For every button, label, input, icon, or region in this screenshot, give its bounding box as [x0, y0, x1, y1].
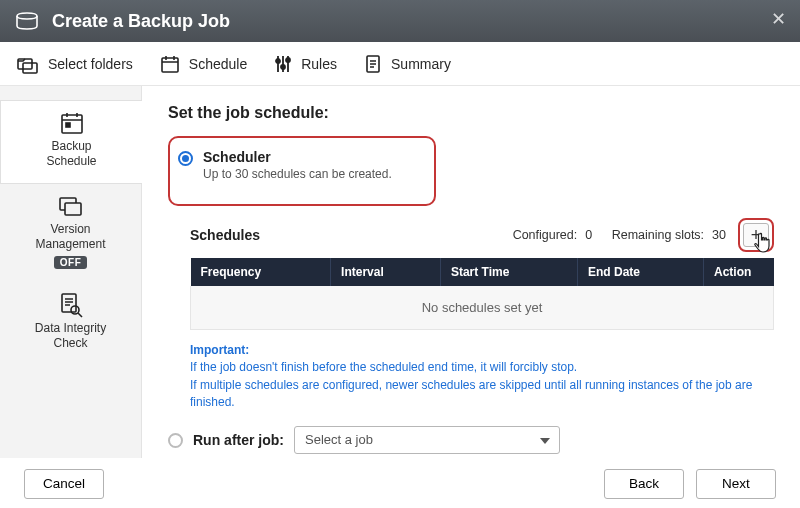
- col-start-time: Start Time: [440, 258, 577, 286]
- svg-rect-7: [62, 115, 82, 133]
- svg-rect-11: [62, 294, 76, 312]
- document-search-icon: [4, 289, 137, 321]
- wizard-steps: Select folders Schedule Rules: [0, 42, 800, 86]
- svg-point-3: [276, 59, 280, 63]
- close-icon[interactable]: ✕: [771, 10, 786, 28]
- stack-icon: [4, 190, 137, 222]
- step-label: Select folders: [48, 56, 133, 72]
- tab-label: Version Management: [4, 222, 137, 252]
- svg-rect-8: [66, 123, 70, 127]
- important-heading: Important:: [190, 342, 774, 359]
- step-schedule[interactable]: Schedule: [159, 53, 247, 75]
- schedules-table: Frequency Interval Start Time End Date A…: [190, 258, 774, 330]
- main-area: Backup Schedule Version Management OFF: [0, 86, 800, 458]
- svg-point-4: [281, 65, 285, 69]
- schedules-block: Schedules Configured: 0 Remaining slots:…: [190, 218, 774, 330]
- svg-point-5: [286, 58, 290, 62]
- add-schedule-button[interactable]: +: [743, 223, 769, 247]
- col-frequency: Frequency: [191, 258, 331, 286]
- next-button[interactable]: Next: [696, 469, 776, 499]
- backup-drive-icon: [14, 10, 40, 32]
- dialog-title: Create a Backup Job: [52, 11, 230, 32]
- dialog-header: Create a Backup Job ✕: [0, 0, 800, 42]
- back-button[interactable]: Back: [604, 469, 684, 499]
- tab-label: Backup Schedule: [5, 139, 138, 169]
- empty-state: No schedules set yet: [191, 286, 774, 330]
- tab-backup-schedule[interactable]: Backup Schedule: [0, 100, 142, 184]
- configured-value: 0: [585, 228, 592, 242]
- folders-icon: [16, 53, 40, 75]
- important-line-2: If multiple schedules are configured, ne…: [190, 377, 774, 412]
- add-schedule-highlight: +: [738, 218, 774, 252]
- configured-label: Configured:: [513, 228, 578, 242]
- off-badge: OFF: [54, 256, 88, 269]
- remaining-label: Remaining slots:: [612, 228, 704, 242]
- col-end-date: End Date: [578, 258, 704, 286]
- plus-icon: +: [751, 226, 762, 244]
- run-after-job-option: Run after job: Select a job This job run…: [168, 426, 774, 458]
- tab-version-management[interactable]: Version Management OFF: [0, 184, 141, 283]
- important-note: Important: If the job doesn't finish bef…: [190, 342, 774, 412]
- radio-scheduler[interactable]: [178, 151, 193, 166]
- document-icon: [363, 53, 383, 75]
- calendar-icon: [5, 107, 138, 139]
- dialog-footer: Cancel Back Next: [0, 458, 800, 508]
- col-interval: Interval: [331, 258, 441, 286]
- radio-run-after-job[interactable]: [168, 433, 183, 448]
- run-after-job-title: Run after job:: [193, 432, 284, 448]
- table-row: No schedules set yet: [191, 286, 774, 330]
- select-job-dropdown[interactable]: Select a job: [294, 426, 560, 454]
- calendar-icon: [159, 53, 181, 75]
- svg-rect-2: [162, 58, 178, 72]
- schedules-label: Schedules: [190, 227, 260, 243]
- scheduler-option-highlight: Scheduler Up to 30 schedules can be crea…: [168, 136, 436, 206]
- step-label: Schedule: [189, 56, 247, 72]
- scheduler-title: Scheduler: [203, 149, 392, 165]
- select-job-placeholder: Select a job: [305, 432, 373, 447]
- left-subnav: Backup Schedule Version Management OFF: [0, 86, 142, 458]
- scheduler-subtitle: Up to 30 schedules can be created.: [203, 167, 392, 181]
- step-label: Rules: [301, 56, 337, 72]
- important-line-1: If the job doesn't finish before the sch…: [190, 359, 774, 376]
- content-panel: Set the job schedule: Scheduler Up to 30…: [142, 86, 800, 458]
- step-summary[interactable]: Summary: [363, 53, 451, 75]
- step-rules[interactable]: Rules: [273, 53, 337, 75]
- remaining-value: 30: [712, 228, 726, 242]
- tab-data-integrity-check[interactable]: Data Integrity Check: [0, 283, 141, 365]
- sliders-icon: [273, 53, 293, 75]
- step-select-folders[interactable]: Select folders: [16, 53, 133, 75]
- col-action: Action: [704, 258, 774, 286]
- content-title: Set the job schedule:: [168, 104, 774, 122]
- svg-rect-1: [23, 63, 37, 73]
- cancel-button[interactable]: Cancel: [24, 469, 104, 499]
- tab-label: Data Integrity Check: [4, 321, 137, 351]
- step-label: Summary: [391, 56, 451, 72]
- svg-rect-10: [65, 203, 81, 215]
